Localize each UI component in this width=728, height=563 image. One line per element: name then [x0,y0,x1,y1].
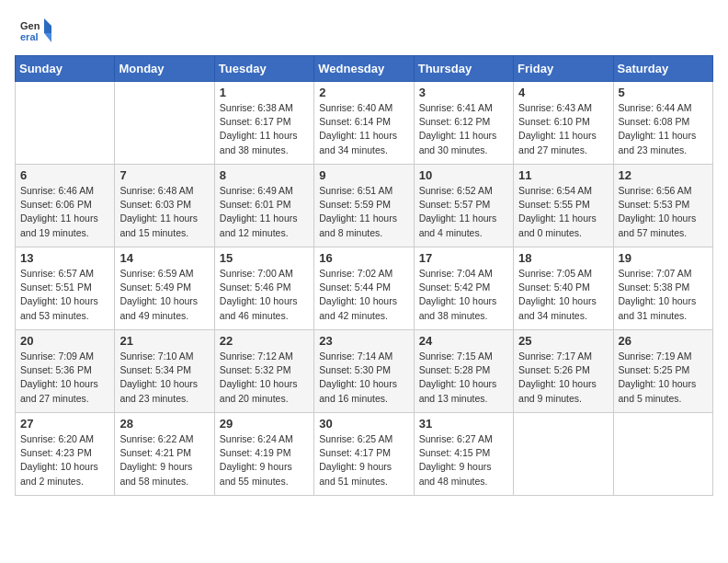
day-info: Sunrise: 7:05 AM Sunset: 5:40 PM Dayligh… [518,267,608,323]
calendar-wrapper: SundayMondayTuesdayWednesdayThursdayFrid… [0,55,728,503]
day-info: Sunrise: 6:57 AM Sunset: 5:51 PM Dayligh… [20,267,109,323]
day-number: 19 [619,251,708,265]
day-info: Sunrise: 6:22 AM Sunset: 4:21 PM Dayligh… [119,432,209,488]
day-header-tuesday: Tuesday [214,56,313,82]
day-cell-8: 8Sunrise: 6:49 AM Sunset: 6:01 PM Daylig… [214,165,313,247]
day-cell-27: 27Sunrise: 6:20 AM Sunset: 4:23 PM Dayli… [16,413,115,496]
svg-text:eral: eral [20,31,39,42]
day-number: 29 [220,417,309,431]
day-number: 3 [419,86,508,99]
day-number: 22 [220,334,309,348]
day-number: 15 [220,251,309,265]
day-header-saturday: Saturday [613,56,712,82]
day-number: 8 [220,168,309,182]
day-info: Sunrise: 6:59 AM Sunset: 5:49 PM Dayligh… [119,267,209,323]
day-number: 4 [518,86,608,99]
day-number: 27 [20,417,109,431]
empty-cell [613,413,712,496]
day-cell-11: 11Sunrise: 6:54 AM Sunset: 5:55 PM Dayli… [514,165,613,247]
day-cell-29: 29Sunrise: 6:24 AM Sunset: 4:19 PM Dayli… [214,413,313,496]
logo: Gen eral [18,15,55,48]
day-header-friday: Friday [514,56,613,82]
page-header: Gen eral [0,0,728,55]
day-number: 21 [119,334,209,348]
day-number: 2 [319,86,408,99]
day-info: Sunrise: 7:07 AM Sunset: 5:38 PM Dayligh… [619,267,708,323]
day-info: Sunrise: 7:09 AM Sunset: 5:36 PM Dayligh… [20,350,109,406]
day-info: Sunrise: 7:10 AM Sunset: 5:34 PM Dayligh… [119,350,209,406]
day-info: Sunrise: 6:54 AM Sunset: 5:55 PM Dayligh… [518,184,608,240]
day-number: 16 [319,251,408,265]
day-info: Sunrise: 7:12 AM Sunset: 5:32 PM Dayligh… [220,350,309,406]
day-cell-16: 16Sunrise: 7:02 AM Sunset: 5:44 PM Dayli… [314,247,414,330]
day-cell-10: 10Sunrise: 6:52 AM Sunset: 5:57 PM Dayli… [414,165,513,247]
day-number: 6 [20,168,109,182]
day-number: 1 [220,86,309,99]
day-number: 26 [619,334,708,348]
header-row: SundayMondayTuesdayWednesdayThursdayFrid… [16,56,713,82]
day-cell-31: 31Sunrise: 6:27 AM Sunset: 4:15 PM Dayli… [414,413,513,496]
day-number: 13 [20,251,109,265]
day-info: Sunrise: 7:15 AM Sunset: 5:28 PM Dayligh… [419,350,508,406]
day-cell-25: 25Sunrise: 7:17 AM Sunset: 5:26 PM Dayli… [514,330,613,413]
calendar-header: SundayMondayTuesdayWednesdayThursdayFrid… [16,56,713,82]
day-header-wednesday: Wednesday [314,56,414,82]
day-number: 11 [518,168,608,182]
week-row-2: 6Sunrise: 6:46 AM Sunset: 6:06 PM Daylig… [16,165,713,247]
day-number: 30 [319,417,408,431]
day-cell-15: 15Sunrise: 7:00 AM Sunset: 5:46 PM Dayli… [214,247,313,330]
calendar-table: SundayMondayTuesdayWednesdayThursdayFrid… [15,55,713,496]
day-info: Sunrise: 6:40 AM Sunset: 6:14 PM Dayligh… [319,101,408,157]
day-info: Sunrise: 7:00 AM Sunset: 5:46 PM Dayligh… [220,267,309,323]
day-info: Sunrise: 6:48 AM Sunset: 6:03 PM Dayligh… [119,184,209,240]
logo-icon: Gen eral [18,15,51,48]
day-cell-14: 14Sunrise: 6:59 AM Sunset: 5:49 PM Dayli… [115,247,214,330]
day-cell-26: 26Sunrise: 7:19 AM Sunset: 5:25 PM Dayli… [613,330,712,413]
day-info: Sunrise: 6:41 AM Sunset: 6:12 PM Dayligh… [419,101,508,157]
day-number: 24 [419,334,508,348]
day-cell-7: 7Sunrise: 6:48 AM Sunset: 6:03 PM Daylig… [115,165,214,247]
empty-cell [16,82,115,165]
day-cell-28: 28Sunrise: 6:22 AM Sunset: 4:21 PM Dayli… [115,413,214,496]
day-cell-19: 19Sunrise: 7:07 AM Sunset: 5:38 PM Dayli… [613,247,712,330]
day-info: Sunrise: 7:19 AM Sunset: 5:25 PM Dayligh… [619,350,708,406]
day-cell-20: 20Sunrise: 7:09 AM Sunset: 5:36 PM Dayli… [16,330,115,413]
day-cell-23: 23Sunrise: 7:14 AM Sunset: 5:30 PM Dayli… [314,330,414,413]
day-number: 28 [119,417,209,431]
day-info: Sunrise: 7:14 AM Sunset: 5:30 PM Dayligh… [319,350,408,406]
day-cell-9: 9Sunrise: 6:51 AM Sunset: 5:59 PM Daylig… [314,165,414,247]
week-row-1: 1Sunrise: 6:38 AM Sunset: 6:17 PM Daylig… [16,82,713,165]
day-info: Sunrise: 7:04 AM Sunset: 5:42 PM Dayligh… [419,267,508,323]
day-header-sunday: Sunday [16,56,115,82]
day-info: Sunrise: 6:52 AM Sunset: 5:57 PM Dayligh… [419,184,508,240]
day-cell-12: 12Sunrise: 6:56 AM Sunset: 5:53 PM Dayli… [613,165,712,247]
day-info: Sunrise: 6:20 AM Sunset: 4:23 PM Dayligh… [20,432,109,488]
day-cell-4: 4Sunrise: 6:43 AM Sunset: 6:10 PM Daylig… [514,82,613,165]
day-cell-5: 5Sunrise: 6:44 AM Sunset: 6:08 PM Daylig… [613,82,712,165]
day-info: Sunrise: 6:56 AM Sunset: 5:53 PM Dayligh… [619,184,708,240]
day-number: 7 [119,168,209,182]
day-number: 14 [119,251,209,265]
day-cell-30: 30Sunrise: 6:25 AM Sunset: 4:17 PM Dayli… [314,413,414,496]
day-info: Sunrise: 6:27 AM Sunset: 4:15 PM Dayligh… [419,432,508,488]
day-cell-22: 22Sunrise: 7:12 AM Sunset: 5:32 PM Dayli… [214,330,313,413]
day-info: Sunrise: 6:51 AM Sunset: 5:59 PM Dayligh… [319,184,408,240]
day-cell-2: 2Sunrise: 6:40 AM Sunset: 6:14 PM Daylig… [314,82,414,165]
day-info: Sunrise: 6:46 AM Sunset: 6:06 PM Dayligh… [20,184,109,240]
day-cell-6: 6Sunrise: 6:46 AM Sunset: 6:06 PM Daylig… [16,165,115,247]
day-info: Sunrise: 6:25 AM Sunset: 4:17 PM Dayligh… [319,432,408,488]
day-cell-3: 3Sunrise: 6:41 AM Sunset: 6:12 PM Daylig… [414,82,513,165]
week-row-5: 27Sunrise: 6:20 AM Sunset: 4:23 PM Dayli… [16,413,713,496]
empty-cell [514,413,613,496]
day-number: 12 [619,168,708,182]
week-row-3: 13Sunrise: 6:57 AM Sunset: 5:51 PM Dayli… [16,247,713,330]
day-info: Sunrise: 6:44 AM Sunset: 6:08 PM Dayligh… [619,101,708,157]
day-info: Sunrise: 6:38 AM Sunset: 6:17 PM Dayligh… [220,101,309,157]
day-cell-21: 21Sunrise: 7:10 AM Sunset: 5:34 PM Dayli… [115,330,214,413]
day-number: 25 [518,334,608,348]
calendar-body: 1Sunrise: 6:38 AM Sunset: 6:17 PM Daylig… [16,82,713,496]
day-header-thursday: Thursday [414,56,513,82]
day-info: Sunrise: 7:02 AM Sunset: 5:44 PM Dayligh… [319,267,408,323]
day-info: Sunrise: 6:43 AM Sunset: 6:10 PM Dayligh… [518,101,608,157]
day-header-monday: Monday [115,56,214,82]
